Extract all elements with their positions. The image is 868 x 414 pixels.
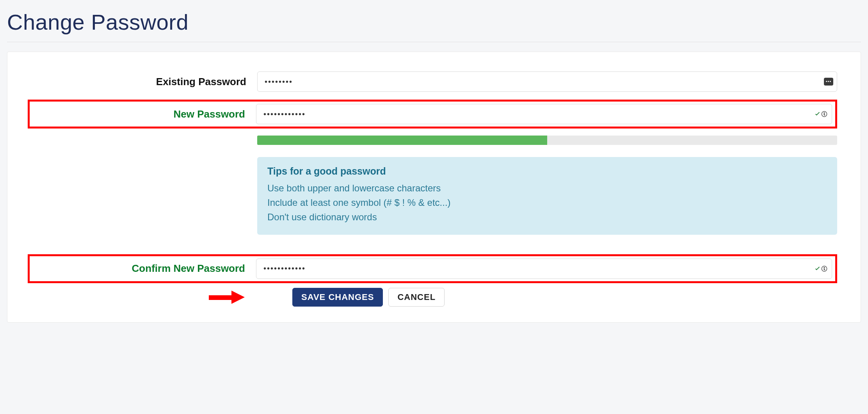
tips-row: . Tips for a good password Use both uppe… — [31, 157, 837, 235]
confirm-password-input[interactable] — [256, 259, 832, 279]
confirm-password-label: Confirm New Password — [30, 262, 256, 275]
confirm-password-row: Confirm New Password — [28, 254, 837, 283]
form-panel: Existing Password ••• New Password — [7, 52, 861, 323]
existing-password-row: Existing Password ••• — [31, 71, 837, 92]
existing-password-suffix: ••• — [824, 78, 833, 86]
svg-rect-4 — [209, 295, 231, 300]
keychain-icon[interactable] — [820, 265, 828, 273]
new-password-label: New Password — [30, 108, 256, 120]
new-password-suffix — [813, 110, 828, 118]
page: Change Password Existing Password ••• Ne… — [0, 0, 868, 338]
existing-password-cell: ••• — [257, 71, 837, 92]
password-strength-bar — [257, 136, 837, 145]
actions: SAVE CHANGES CANCEL — [257, 288, 837, 307]
tips-line-1: Use both upper and lowercase characters — [267, 181, 827, 195]
action-arrow-cell — [31, 291, 257, 304]
action-row: SAVE CHANGES CANCEL — [31, 288, 837, 307]
existing-password-label: Existing Password — [31, 76, 257, 88]
strength-row: . — [31, 136, 837, 148]
tips-line-2: Include at least one symbol (# $ ! % & e… — [267, 195, 827, 210]
cancel-button[interactable]: CANCEL — [388, 288, 445, 307]
existing-password-input[interactable] — [257, 71, 837, 92]
svg-point-3 — [824, 267, 825, 268]
new-password-cell — [256, 104, 832, 124]
new-password-input[interactable] — [256, 104, 832, 124]
confirm-password-cell — [256, 259, 832, 279]
tips-box: Tips for a good password Use both upper … — [257, 157, 837, 235]
tips-line-3: Don't use dictionary words — [267, 210, 827, 224]
save-changes-button[interactable]: SAVE CHANGES — [292, 288, 383, 307]
keychain-icon[interactable] — [820, 110, 828, 118]
arrow-right-icon — [209, 291, 246, 304]
new-password-row: New Password — [28, 100, 837, 128]
confirm-password-suffix — [813, 264, 828, 273]
tips-title: Tips for a good password — [267, 166, 827, 177]
password-manager-icon[interactable]: ••• — [824, 78, 833, 86]
page-title: Change Password — [7, 0, 861, 42]
svg-marker-5 — [231, 291, 245, 304]
svg-point-1 — [824, 112, 825, 114]
password-strength-fill — [257, 136, 547, 145]
